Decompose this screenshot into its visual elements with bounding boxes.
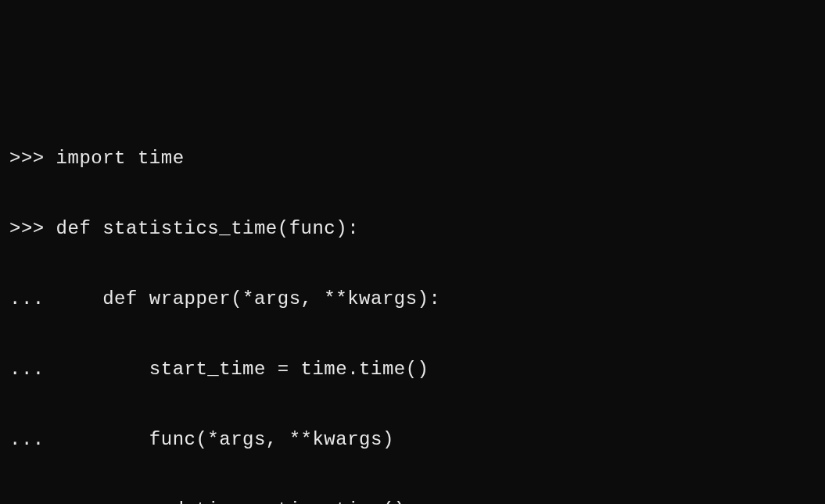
terminal-line: >>> import time bbox=[9, 147, 816, 170]
terminal-line: >>> def statistics_time(func): bbox=[9, 217, 816, 241]
terminal-line: ... def wrapper(*args, **kwargs): bbox=[9, 288, 816, 311]
terminal-line: ... func(*args, **kwargs) bbox=[9, 428, 816, 452]
terminal-line: ... end_time = time.time() bbox=[9, 499, 816, 504]
python-repl-terminal[interactable]: >>> import time >>> def statistics_time(… bbox=[9, 100, 816, 504]
terminal-line: ... start_time = time.time() bbox=[9, 358, 816, 381]
